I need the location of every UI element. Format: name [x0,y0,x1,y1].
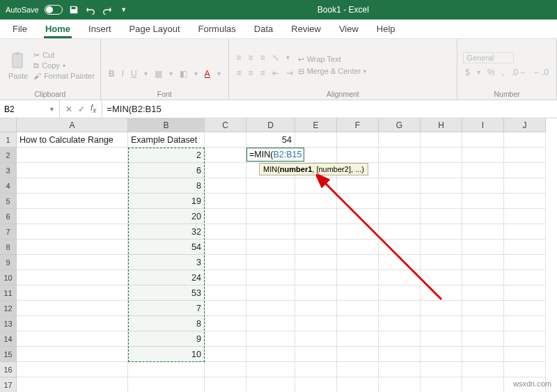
cell-I13[interactable] [462,316,504,331]
cell-J7[interactable] [504,224,546,240]
column-header-D[interactable]: D [246,118,295,132]
cell-B14[interactable]: 9 [128,331,205,347]
row-header-5[interactable]: 5 [0,194,17,209]
cell-C17[interactable] [205,377,246,392]
cell-C5[interactable] [205,194,246,209]
cell-E8[interactable] [295,240,337,255]
cell-A2[interactable] [17,148,128,163]
cell-I9[interactable] [462,255,504,270]
cell-J15[interactable] [504,347,546,362]
cell-I15[interactable] [462,347,504,362]
align-bottom-button[interactable]: ≡ [258,52,267,64]
select-all-corner[interactable] [0,118,17,132]
cell-B10[interactable]: 24 [128,270,205,285]
cell-A9[interactable] [17,255,128,270]
cell-B5[interactable]: 19 [128,194,205,209]
cell-D4[interactable] [246,178,295,194]
row-header-12[interactable]: 12 [0,301,17,316]
cell-F6[interactable] [337,209,379,224]
column-header-H[interactable]: H [421,118,462,132]
comma-format-button[interactable]: , [500,66,506,79]
cell-D15[interactable] [246,347,295,362]
customize-qat-icon[interactable]: ▼ [118,4,130,15]
cut-button[interactable]: ✂Cut [33,51,95,60]
cell-E5[interactable] [295,194,337,209]
cell-D16[interactable] [246,362,295,377]
cell-J14[interactable] [504,331,546,347]
cell-J6[interactable] [504,209,546,224]
tab-home[interactable]: Home [37,20,79,38]
cell-G3[interactable] [379,163,421,178]
cell-F14[interactable] [337,331,379,347]
cell-J8[interactable] [504,240,546,255]
cell-B11[interactable]: 53 [128,285,205,301]
cell-I17[interactable] [462,377,504,392]
fill-dropdown-icon[interactable]: ▾ [192,68,200,79]
align-top-button[interactable]: ≡ [235,52,244,64]
cell-J12[interactable] [504,301,546,316]
redo-icon[interactable] [102,4,113,15]
cell-F5[interactable] [337,194,379,209]
cell-E9[interactable] [295,255,337,270]
cell-F11[interactable] [337,285,379,301]
cell-D17[interactable] [246,377,295,392]
format-painter-button[interactable]: 🖌Format Painter [33,72,95,80]
increase-indent-button[interactable]: ⇥ [284,67,295,79]
cell-E16[interactable] [295,362,337,377]
cell-H15[interactable] [421,347,462,362]
row-header-8[interactable]: 8 [0,240,17,255]
tab-insert[interactable]: Insert [80,20,120,38]
cell-J5[interactable] [504,194,546,209]
cell-H12[interactable] [421,301,462,316]
orientation-button[interactable]: ⤡ [270,52,281,64]
cell-B7[interactable]: 32 [128,224,205,240]
align-right-button[interactable]: ≡ [258,67,267,79]
decrease-indent-button[interactable]: ⇤ [270,67,281,79]
cell-I2[interactable] [462,148,504,163]
percent-format-button[interactable]: % [485,66,497,79]
cell-A3[interactable] [17,163,128,178]
cell-E4[interactable] [295,178,337,194]
align-center-button[interactable]: ≡ [246,67,256,79]
cell-H6[interactable] [421,209,462,224]
row-header-10[interactable]: 10 [0,270,17,285]
cell-G6[interactable] [379,209,421,224]
cell-G9[interactable] [379,255,421,270]
cell-F4[interactable] [337,178,379,194]
cell-B15[interactable]: 10 [128,347,205,362]
border-dropdown-icon[interactable]: ▾ [167,68,175,79]
cell-C14[interactable] [205,331,246,347]
cell-A13[interactable] [17,316,128,331]
cell-I10[interactable] [462,270,504,285]
cell-C4[interactable] [205,178,246,194]
cell-I14[interactable] [462,331,504,347]
cell-B2[interactable]: 2 [128,148,205,163]
cell-E12[interactable] [295,301,337,316]
fx-icon[interactable]: fx [91,103,96,114]
cell-D6[interactable] [246,209,295,224]
cell-C11[interactable] [205,285,246,301]
cell-C6[interactable] [205,209,246,224]
cell-F15[interactable] [337,347,379,362]
cell-C15[interactable] [205,347,246,362]
cell-C7[interactable] [205,224,246,240]
cell-C8[interactable] [205,240,246,255]
cell-B6[interactable]: 20 [128,209,205,224]
cell-F10[interactable] [337,270,379,285]
column-header-C[interactable]: C [205,118,246,132]
row-header-16[interactable]: 16 [0,362,17,377]
row-header-13[interactable]: 13 [0,316,17,331]
tab-help[interactable]: Help [368,20,404,38]
column-header-F[interactable]: F [337,118,379,132]
tab-formulas[interactable]: Formulas [190,20,244,38]
cell-B4[interactable]: 8 [128,178,205,194]
cell-F8[interactable] [337,240,379,255]
cell-C10[interactable] [205,270,246,285]
cell-G8[interactable] [379,240,421,255]
cell-I1[interactable] [462,132,504,148]
row-header-2[interactable]: 2 [0,148,17,163]
cell-F1[interactable] [337,132,379,148]
cell-E11[interactable] [295,285,337,301]
tab-file[interactable]: File [4,20,36,38]
cell-E14[interactable] [295,331,337,347]
